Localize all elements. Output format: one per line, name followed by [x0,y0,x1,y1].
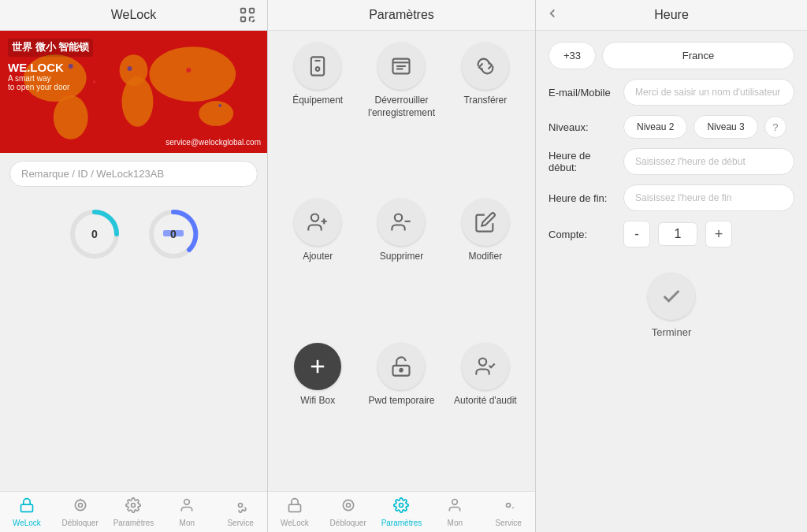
modifier-label: Modifier [468,251,502,263]
svg-point-25 [78,503,82,507]
banner-tagline2: to open your door [8,83,93,91]
equipment-label: Équipement [292,95,343,107]
banner: 世界 微小 智能锁 WE.LOCK A smart way to open yo… [0,31,267,153]
svg-point-29 [239,503,243,507]
param-modifier[interactable]: Modifier [448,199,523,335]
finish-button[interactable] [648,273,695,320]
svg-rect-2 [241,17,246,22]
pwd-icon-circle [377,343,425,390]
param-audit[interactable]: Autorité d'audit [448,343,523,479]
nav1-welock[interactable]: WeLock [0,494,54,530]
email-row: E-mail/Mobile Merci de saisir un nom d'u… [549,79,794,106]
counter-row: - 1 + [623,221,732,247]
param-ajouter[interactable]: Ajouter [280,199,355,335]
scan-icon[interactable] [239,6,256,24]
nav2-mon-label: Mon [448,519,463,527]
nav2-mon-icon [447,497,463,517]
svg-point-49 [346,503,350,507]
modifier-icon-circle [462,199,509,246]
param-pwd[interactable]: Pwd temporaire [363,343,439,479]
svg-point-24 [75,500,85,510]
panel2-header: Paramètres [268,0,535,31]
banner-brand: WE.LOCK [8,61,93,74]
nav2-debloquer[interactable]: Débloquer [322,494,375,530]
compte-label: Compte: [549,229,615,240]
nav1-debloquer-label: Débloquer [62,519,99,527]
welock-icon [19,497,35,517]
phone-code[interactable]: +33 [549,42,596,69]
pwd-label: Pwd temporaire [368,395,434,407]
svg-point-37 [311,214,318,221]
svg-point-45 [400,369,404,372]
svg-point-17 [93,80,96,84]
ajouter-label: Ajouter [303,251,333,263]
compte-value: 1 [658,222,697,246]
niveau2-button[interactable]: Niveau 2 [623,115,687,139]
panel-parametres: Paramètres Équipement [268,0,536,532]
svg-point-10 [122,76,154,127]
minus-button[interactable]: - [623,221,650,247]
nav1-service[interactable]: Service [214,494,267,530]
transferer-label: Transférer [463,95,507,107]
nav2-service-icon [500,497,516,517]
phone-country[interactable]: France [602,42,794,69]
nav2-parametres-label: Paramètres [381,519,422,527]
niveau3-button[interactable]: Niveau 3 [694,115,757,139]
params-grid: Équipement Déverrouiller l'enregistremen… [268,31,535,491]
banner-chinese: 世界 微小 智能锁 [8,39,93,57]
svg-point-11 [149,47,236,102]
supprimer-label: Supprimer [380,251,423,263]
svg-rect-23 [20,504,32,512]
gauge2: 0 [146,206,201,262]
panel2-title: Paramètres [369,8,434,21]
panel1-header: WeLock [0,0,267,31]
supprimer-icon-circle [377,199,425,246]
ajouter-icon-circle [294,199,341,246]
nav1-parametres[interactable]: Paramètres [107,494,161,530]
svg-rect-1 [250,9,255,13]
nav1-debloquer[interactable]: Débloquer [54,494,107,530]
svg-point-28 [184,499,190,504]
plus-button[interactable]: + [705,221,732,247]
svg-rect-0 [241,9,246,13]
audit-label: Autorité d'audit [454,395,517,407]
nav1-mon-label: Mon [180,519,195,527]
nav1-welock-label: WeLock [13,519,41,527]
deverrouiller-label: Déverrouiller l'enregistrement [363,95,439,119]
param-transferer[interactable]: Transférer [448,43,523,191]
nav2-debloquer-label: Débloquer [330,519,366,527]
heure-debut-input[interactable]: Saisissez l'heure de début [623,148,794,175]
heure-fin-input[interactable]: Saisissez l'heure de fin [623,184,794,211]
nav2-mon[interactable]: Mon [428,494,482,530]
svg-point-50 [400,503,404,507]
heure-debut-label: Heure dedébut: [549,150,615,173]
back-button[interactable] [545,6,560,24]
finish-area: Terminer [549,273,794,338]
nav2-service[interactable]: Service [482,494,535,530]
nav2-parametres[interactable]: Paramètres [375,494,429,530]
param-supprimer[interactable]: Supprimer [363,199,439,335]
equipment-icon-circle [294,43,341,90]
deverrouiller-icon-circle [377,43,425,90]
param-deverrouiller[interactable]: Déverrouiller l'enregistrement [363,43,439,191]
niveaux-row: Niveaux: Niveau 2 Niveau 3 ? [549,115,794,139]
nav1-mon[interactable]: Mon [160,494,214,530]
nav1-parametres-label: Paramètres [113,519,154,527]
nav2-welock-icon [287,497,303,517]
banner-tagline1: A smart way [8,74,93,83]
wifibox-label: Wifi Box [300,395,335,407]
help-button[interactable]: ? [764,116,787,138]
finish-label: Terminer [652,326,692,338]
nav2-welock[interactable]: WeLock [268,494,322,530]
audit-icon-circle [462,343,509,390]
param-wifibox[interactable]: Wifi Box [280,343,355,479]
panel3-title: Heure [544,8,799,22]
svg-point-15 [186,68,191,73]
niveaux-label: Niveaux: [549,121,615,133]
email-input[interactable]: Merci de saisir un nom d'utilisateur [623,79,794,106]
param-equipment[interactable]: Équipement [280,43,355,191]
svg-point-51 [452,499,458,504]
svg-point-52 [507,503,511,507]
compte-row: Compte: - 1 + [549,221,794,247]
search-bar[interactable]: Remarque / ID / WeLock123AB [9,161,258,187]
